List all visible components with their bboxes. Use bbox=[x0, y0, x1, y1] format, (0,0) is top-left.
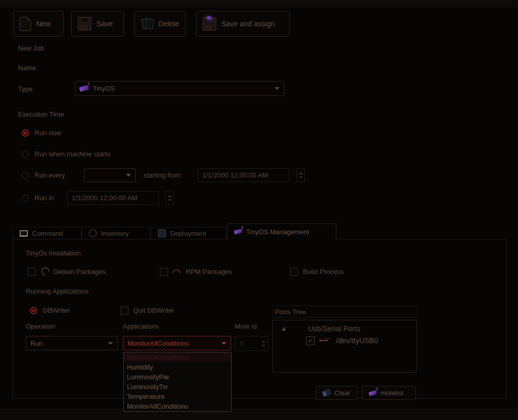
run-every-radio[interactable] bbox=[22, 172, 29, 179]
tab-deployment-label: Deployment bbox=[170, 230, 206, 237]
run-now-label: Run now bbox=[35, 129, 61, 137]
type-combo[interactable]: TinyOS bbox=[75, 81, 284, 96]
mote-id-label: Mote id bbox=[235, 322, 257, 330]
spin-up-icon[interactable] bbox=[262, 341, 266, 343]
applications-label: Applications bbox=[123, 322, 159, 330]
mote-id-spinner[interactable]: 0 bbox=[235, 336, 268, 351]
delete-button[interactable]: Delete bbox=[134, 11, 186, 37]
dropdown-item[interactable]: MonitorAllConditions bbox=[124, 401, 231, 411]
tab-deployment[interactable]: Deployment bbox=[151, 227, 226, 239]
spin-down-icon[interactable] bbox=[168, 199, 172, 201]
checkmark-icon: ✓ bbox=[308, 337, 313, 344]
rpm-packages-label: RPM Packages bbox=[186, 268, 232, 276]
page-title: New Job bbox=[18, 44, 44, 52]
run-every-label: Run every bbox=[35, 171, 65, 179]
bottom-band bbox=[0, 409, 518, 420]
dbwriter-label: DBWriter bbox=[43, 306, 70, 314]
dbwriter-radio[interactable] bbox=[30, 307, 37, 314]
run-in-datetime-spinner[interactable] bbox=[165, 191, 174, 205]
chevron-down-icon bbox=[126, 174, 131, 176]
build-process-label: Build Process bbox=[303, 268, 344, 276]
dropdown-item[interactable]: MonitorAllConditions bbox=[124, 352, 231, 362]
dropdown-item[interactable]: LuminosityPar bbox=[124, 372, 231, 382]
applications-combo-value: MonitorAllConditions bbox=[127, 340, 189, 347]
operation-label: Operation bbox=[26, 322, 55, 330]
name-input[interactable] bbox=[75, 62, 286, 76]
clear-button-label: Clear bbox=[334, 389, 350, 397]
quit-dbwriter-label: Quit DBWriter bbox=[133, 306, 174, 314]
run-in-radio[interactable] bbox=[22, 195, 29, 202]
tab-tinyos-management[interactable]: TinyOS Management bbox=[227, 223, 336, 240]
tab-inventory[interactable]: Inventory bbox=[82, 227, 150, 239]
port-checkbox[interactable]: ✓ bbox=[306, 336, 315, 345]
run-in-datetime-value: 1/1/2000 12:00:00 AM bbox=[72, 194, 137, 202]
clear-button[interactable]: Clear bbox=[316, 386, 358, 400]
mote-icon bbox=[79, 85, 89, 92]
spin-down-icon[interactable] bbox=[262, 345, 266, 347]
dropdown-item[interactable]: LuminosityTsr bbox=[124, 382, 231, 392]
spin-up-icon[interactable] bbox=[168, 195, 172, 197]
motelist-button[interactable]: motelist bbox=[362, 386, 416, 400]
new-document-icon bbox=[20, 17, 31, 31]
rpm-packages-checkbox[interactable] bbox=[160, 268, 168, 276]
execution-time-label: Execution Time bbox=[18, 110, 64, 118]
starting-from-label: starting from bbox=[143, 171, 181, 179]
run-in-datetime-picker[interactable]: 1/1/2000 12:00:00 AM bbox=[67, 191, 159, 205]
run-now-radio[interactable] bbox=[22, 130, 29, 137]
ports-tree[interactable]: Usb/Serial Ports ✓ /dev/ttyUSB0 bbox=[272, 320, 417, 373]
top-band bbox=[0, 0, 518, 8]
floppy-disk-icon bbox=[78, 17, 91, 30]
chevron-down-icon bbox=[274, 87, 280, 90]
run-every-datetime-spinner[interactable] bbox=[296, 168, 305, 182]
run-every-interval-combo[interactable] bbox=[84, 168, 136, 182]
applications-dropdown-list: MonitorAllConditions Humidity Luminosity… bbox=[123, 352, 232, 412]
job-editor-window: New Save Delete Save and assign New Job … bbox=[0, 0, 518, 420]
run-when-machine-starts-label: Run when machine starts bbox=[35, 150, 110, 158]
run-in-label: Run in bbox=[35, 194, 54, 202]
name-label: Name bbox=[18, 64, 36, 72]
save-button[interactable]: Save bbox=[71, 11, 124, 37]
assign-sparkle-icon bbox=[207, 16, 211, 20]
applications-combo[interactable]: MonitorAllConditions bbox=[123, 336, 231, 350]
tree-node-dev-ttyusb0[interactable]: /dev/ttyUSB0 bbox=[336, 336, 378, 345]
mote-icon bbox=[234, 229, 242, 235]
tab-tinyos-management-label: TinyOS Management bbox=[246, 228, 309, 236]
new-button[interactable]: New bbox=[13, 11, 63, 37]
chevron-down-icon bbox=[221, 342, 226, 345]
mote-icon bbox=[368, 390, 377, 396]
build-process-checkbox[interactable] bbox=[290, 268, 298, 276]
chevron-down-icon bbox=[108, 342, 113, 345]
tinyos-management-panel bbox=[12, 239, 507, 399]
motelist-button-label: motelist bbox=[380, 389, 403, 397]
quit-dbwriter-checkbox[interactable] bbox=[120, 306, 128, 315]
type-combo-value: TinyOS bbox=[93, 85, 115, 92]
running-applications-label: Running Applications bbox=[26, 287, 88, 295]
expander-icon[interactable] bbox=[281, 327, 285, 331]
tab-inventory-label: Inventory bbox=[101, 230, 128, 237]
delete-button-label: Delete bbox=[158, 20, 179, 28]
dropdown-item[interactable]: Temperature bbox=[124, 392, 231, 401]
save-and-assign-button[interactable]: Save and assign bbox=[196, 11, 290, 37]
inventory-circle-icon bbox=[89, 229, 97, 237]
run-every-datetime-picker[interactable]: 1/1/2000 12:00:00 AM bbox=[198, 168, 289, 182]
tab-command-label: Command bbox=[32, 230, 63, 237]
dropdown-item[interactable]: Humidity bbox=[124, 362, 231, 372]
ports-tree-label: Ports Tree bbox=[272, 305, 417, 318]
tree-node-usb-serial-ports[interactable]: Usb/Serial Ports bbox=[308, 325, 360, 333]
eraser-icon bbox=[322, 389, 332, 397]
tinyos-installation-label: TinyOs Installation bbox=[26, 249, 80, 257]
ports-tree-label-text: Ports Tree bbox=[275, 308, 306, 316]
save-button-label: Save bbox=[96, 20, 113, 28]
mote-id-spin-buttons[interactable] bbox=[262, 341, 268, 347]
spin-up-icon[interactable] bbox=[299, 172, 303, 174]
new-button-label: New bbox=[36, 20, 51, 28]
debian-packages-label: Debian Packages bbox=[53, 268, 106, 276]
run-when-machine-starts-radio[interactable] bbox=[22, 151, 29, 158]
deployment-icon bbox=[158, 229, 166, 237]
tab-command[interactable]: Command bbox=[12, 227, 82, 239]
mote-id-value: 0 bbox=[240, 340, 244, 347]
operation-combo-value: Run bbox=[30, 340, 43, 347]
spin-down-icon[interactable] bbox=[299, 176, 303, 179]
debian-packages-checkbox[interactable] bbox=[27, 268, 36, 276]
operation-combo[interactable]: Run bbox=[26, 336, 118, 350]
